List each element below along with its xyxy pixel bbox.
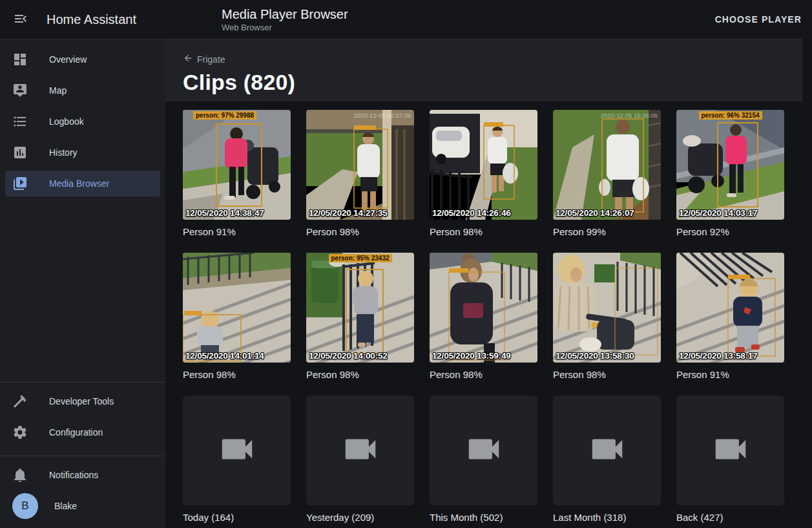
sidebar-item-overview[interactable]: Overview <box>5 47 160 72</box>
clip-caption: Person 98% <box>306 368 414 382</box>
timestamp-overlay: 12/05/2020 14:26:07 <box>556 208 634 218</box>
video-icon <box>587 429 627 472</box>
clip-thumbnail[interactable]: 12/05/2020 13:59:49 <box>430 253 537 363</box>
list-bulleted-icon <box>12 114 28 129</box>
detection-label: person: 97% 29988 <box>193 111 256 120</box>
video-icon <box>464 429 504 472</box>
folder-caption: Last Month (318) <box>553 511 661 525</box>
clip-caption: Person 98% <box>183 368 291 382</box>
clip-card[interactable]: 2020-12-05 15:27:36 12/05/2020 14:27:35 … <box>306 110 414 239</box>
avatar: B <box>12 493 38 519</box>
camera-timestamp: 2020-12-05 15:26:06 <box>601 112 658 119</box>
video-icon <box>217 429 257 472</box>
folder-caption: Yesterday (209) <box>306 511 414 525</box>
clip-card[interactable]: 12/05/2020 13:58:17 Person 91% <box>676 253 784 382</box>
clip-card[interactable]: 12/05/2020 14:26:46 Person 98% <box>430 110 537 239</box>
folder-thumbnail[interactable] <box>676 396 784 505</box>
folder-thumbnail[interactable] <box>306 396 414 505</box>
video-icon <box>340 429 380 472</box>
timestamp-overlay: 12/05/2020 14:01:14 <box>185 351 264 361</box>
breadcrumb-back[interactable]: Frigate <box>183 53 225 65</box>
video-icon <box>711 429 751 472</box>
clip-card[interactable]: 2020-12-05 15:26:06 12/05/2020 14:26:07 … <box>553 110 661 239</box>
clip-thumbnail[interactable]: person: 96% 32154 12/05/2020 14:03:17 <box>676 110 784 220</box>
timestamp-overlay: 12/05/2020 13:58:30 <box>556 351 634 361</box>
sidebar-item-media-browser[interactable]: Media Browser <box>5 171 160 196</box>
clip-caption: Person 98% <box>306 225 414 239</box>
clip-caption: Person 98% <box>430 368 537 382</box>
clip-thumbnail[interactable]: 2020-12-05 15:27:36 12/05/2020 14:27:35 <box>306 110 414 220</box>
sidebar: Overview Map Logbook History Media Brows… <box>0 39 165 528</box>
clip-card[interactable]: person: 97% 29988 12/05/2020 14:38:47 Pe… <box>183 110 291 239</box>
sidebar-toggle-button[interactable] <box>5 4 36 35</box>
tooltip-account-icon <box>12 83 28 98</box>
content-header: Frigate Clips (820) <box>165 39 802 101</box>
menu-open-icon <box>13 11 28 28</box>
clip-card[interactable]: person: 95% 23432 12/05/2020 14:00:52 Pe… <box>306 253 414 382</box>
media-grid: person: 97% 29988 12/05/2020 14:38:47 Pe… <box>165 101 812 525</box>
timestamp-overlay: 12/05/2020 13:58:17 <box>679 351 758 361</box>
timestamp-overlay: 12/05/2020 14:38:47 <box>185 208 264 218</box>
play-box-multiple-icon <box>12 176 28 191</box>
sidebar-item-configuration[interactable]: Configuration <box>5 419 160 445</box>
folder-card-back[interactable]: Back (427) <box>676 396 784 525</box>
choose-player-button[interactable]: CHOOSE PLAYER <box>705 8 812 31</box>
arrow-left-icon <box>183 53 193 65</box>
app-title: Home Assistant <box>47 12 136 27</box>
clip-thumbnail[interactable]: 12/05/2020 14:01:14 <box>183 253 291 363</box>
folder-card-last-month[interactable]: Last Month (318) <box>553 396 661 525</box>
clip-caption: Person 91% <box>676 368 784 382</box>
clip-caption: Person 99% <box>553 225 661 239</box>
camera-timestamp: 2020-12-05 15:27:36 <box>354 112 411 119</box>
folder-thumbnail[interactable] <box>183 396 291 505</box>
sidebar-header: Home Assistant <box>0 4 165 35</box>
clip-thumbnail[interactable]: person: 97% 29988 12/05/2020 14:38:47 <box>183 110 291 220</box>
panel-subtitle: Web Browser <box>222 22 348 33</box>
timestamp-overlay: 12/05/2020 14:00:52 <box>309 351 388 361</box>
hammer-icon <box>12 394 28 409</box>
detection-label: person: 95% 23432 <box>328 254 391 262</box>
clip-card[interactable]: person: 96% 32154 12/05/2020 14:03:17 Pe… <box>676 110 784 239</box>
clip-caption: Person 91% <box>183 225 291 239</box>
timestamp-overlay: 12/05/2020 14:26:46 <box>432 208 511 218</box>
sidebar-item-notifications[interactable]: Notifications <box>5 462 160 488</box>
sidebar-item-history[interactable]: History <box>5 140 160 165</box>
page-title: Clips (820) <box>183 70 802 95</box>
clip-thumbnail[interactable]: 12/05/2020 13:58:17 <box>676 253 784 363</box>
timestamp-overlay: 12/05/2020 14:03:17 <box>679 208 758 218</box>
panel-title: Media Player Browser <box>222 6 348 22</box>
folder-caption: This Month (502) <box>430 511 537 525</box>
detection-label: person: 96% 32154 <box>698 111 762 120</box>
dashboard-icon <box>12 52 28 67</box>
media-browser-panel: Frigate Clips (820) <box>165 39 812 528</box>
gear-icon <box>12 425 28 440</box>
sidebar-item-developer-tools[interactable]: Developer Tools <box>5 388 160 414</box>
folder-thumbnail[interactable] <box>553 396 661 505</box>
clip-thumbnail[interactable]: person: 95% 23432 12/05/2020 14:00:52 <box>306 253 414 363</box>
timestamp-overlay: 12/05/2020 13:59:49 <box>432 351 511 361</box>
app-bar: Home Assistant Media Player Browser Web … <box>0 0 812 39</box>
folder-card-yesterday[interactable]: Yesterday (209) <box>306 396 414 525</box>
folder-caption: Today (164) <box>183 511 291 525</box>
clip-thumbnail[interactable]: 12/05/2020 13:58:30 <box>553 253 661 363</box>
clip-card[interactable]: 12/05/2020 14:01:14 Person 98% <box>183 253 291 382</box>
sidebar-item-user[interactable]: B Blake <box>5 493 160 519</box>
sidebar-item-logbook[interactable]: Logbook <box>5 109 160 134</box>
folder-card-this-month[interactable]: This Month (502) <box>430 396 537 525</box>
clip-caption: Person 92% <box>676 225 784 239</box>
clip-thumbnail[interactable]: 12/05/2020 14:26:46 <box>430 110 537 220</box>
chart-box-icon <box>12 145 28 160</box>
timestamp-overlay: 12/05/2020 14:27:35 <box>309 208 388 218</box>
clip-card[interactable]: 12/05/2020 13:59:49 Person 98% <box>430 253 537 382</box>
folder-thumbnail[interactable] <box>430 396 537 505</box>
sidebar-item-map[interactable]: Map <box>5 78 160 103</box>
clip-caption: Person 98% <box>553 368 661 382</box>
bell-icon <box>12 467 28 483</box>
clip-card[interactable]: 12/05/2020 13:58:30 Person 98% <box>553 253 661 382</box>
clip-caption: Person 98% <box>430 225 537 239</box>
folder-caption: Back (427) <box>676 511 784 525</box>
clip-thumbnail[interactable]: 2020-12-05 15:26:06 12/05/2020 14:26:07 <box>553 110 661 220</box>
folder-card-today[interactable]: Today (164) <box>183 396 291 525</box>
